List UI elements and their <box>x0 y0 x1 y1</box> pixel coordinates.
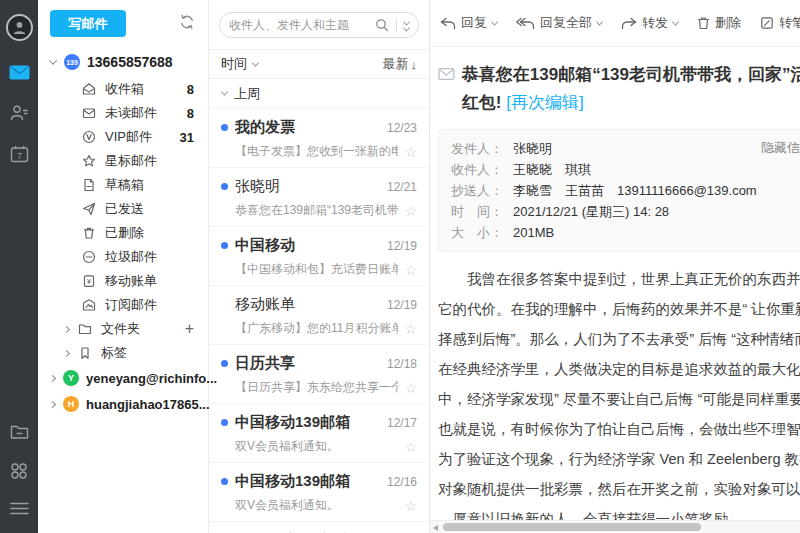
unread-dot <box>221 183 228 190</box>
body-line: 也就是说，有时候你为了怕让自己后悔，会做出些不理智的决定。 <box>438 414 800 444</box>
refresh-icon[interactable] <box>178 13 196 31</box>
search-box <box>219 12 419 38</box>
compose-button[interactable]: 写邮件 <box>50 10 126 37</box>
body-line: 为了验证这个现象，行为经济学家 Ven 和 Zeelenberg 教授做了这样一… <box>438 444 800 474</box>
sidebar-item-tags[interactable]: 标签 <box>38 341 208 365</box>
reply-icon <box>440 17 456 30</box>
sidebar-item-starred[interactable]: 星标邮件 <box>38 149 208 173</box>
mail-list-item[interactable]: 移动账单12/19 【广东移动】您的11月积分账单已送达 ...☆ <box>209 286 429 345</box>
mail-list-item[interactable]: 中国移动139邮箱12/17 双V会员福利通知。☆ <box>209 404 429 463</box>
to-label: 收件人： <box>451 159 513 180</box>
sidebar-item-label: 未读邮件 <box>105 104 157 122</box>
chevron-down-icon <box>49 56 57 64</box>
mail-nav-icon[interactable] <box>9 65 30 80</box>
star-icon[interactable]: ☆ <box>404 499 417 513</box>
folder-rail-icon[interactable] <box>10 424 29 440</box>
star-icon[interactable]: ☆ <box>404 322 417 336</box>
unread-dot <box>221 419 228 426</box>
sidebar-item-drafts[interactable]: 草稿箱 <box>38 173 208 197</box>
body-line: 中，经济学家发现” 尽量不要让自己后悔 “可能是同样重要的行为准则。 <box>438 384 800 414</box>
sent-icon <box>82 202 96 216</box>
horizontal-scrollbar[interactable] <box>430 520 800 533</box>
sidebar-item-unread[interactable]: 未读邮件 8 <box>38 101 208 125</box>
from-label: 发件人： <box>451 138 513 159</box>
edit-again-link[interactable]: [再次编辑] <box>506 93 583 112</box>
inbox-icon <box>82 82 96 96</box>
body-line: 对象随机提供一批彩票，然后在开奖之前，实验对象可以用旧的彩票卷换回 <box>438 474 800 504</box>
calendar-day: 7 <box>16 151 21 161</box>
sidebar-item-vip[interactable]: VIP邮件 31 <box>38 125 208 149</box>
mail-sender: 中国移动139邮箱 <box>235 472 350 491</box>
mail-list-item[interactable]: 中国移动139邮箱12/16 文件到期提醒。☆ <box>209 522 429 533</box>
reader-content: 恭喜您在139邮箱“139老司机带带我，回家”活动抽中500M流量红包! [再次… <box>430 47 800 533</box>
mail-sender: 张晓明 <box>235 177 280 196</box>
sidebar-item-subscriptions[interactable]: 订阅邮件 <box>38 293 208 317</box>
sidebar-item-mobile-bill[interactable]: ¥ 移动账单 <box>38 269 208 293</box>
avatar[interactable] <box>6 14 33 41</box>
star-icon <box>82 154 96 168</box>
time-value: 2021/12/21 (星期三) 14: 28 <box>513 201 669 222</box>
reply-button[interactable]: 回复 <box>440 14 497 32</box>
star-icon[interactable]: ☆ <box>404 381 417 395</box>
mail-sender: 中国移动 <box>235 236 295 255</box>
mail-list-item[interactable]: 中国移动12/19 【中国移动和包】充话费日账单已送到 ...☆ <box>209 227 429 286</box>
sort-order-button[interactable]: 最新 ↓ <box>383 55 418 73</box>
note-icon <box>760 16 774 30</box>
unread-dot <box>221 478 228 485</box>
sort-order-label: 最新 <box>383 55 409 73</box>
section-last-week[interactable]: 上周 <box>209 79 429 109</box>
unread-dot <box>221 242 228 249</box>
secondary-account-2[interactable]: H huangjiahao17865... <box>38 391 208 417</box>
add-folder-button[interactable]: + <box>185 321 194 337</box>
secondary-account-1[interactable]: Y yeneyang@richinfo... <box>38 365 208 391</box>
sidebar-item-label: 星标邮件 <box>105 152 157 170</box>
star-icon[interactable]: ☆ <box>404 440 417 454</box>
trash-icon <box>697 16 710 30</box>
body-line: 择感到后悔”。那么，人们为了不去承受” 后悔 “这种情绪而付出的成本， <box>438 324 800 354</box>
apps-icon[interactable] <box>10 462 28 480</box>
sidebar: 写邮件 139 13665857688 收件箱 8 未读邮件 8 VIP邮件 3… <box>38 0 208 533</box>
chevron-right-icon <box>49 374 56 381</box>
delete-button[interactable]: 删除 <box>697 14 741 32</box>
sidebar-item-junk[interactable]: 垃圾邮件 <box>38 245 208 269</box>
sort-by-button[interactable]: 时间 <box>221 55 258 73</box>
mail-list-item[interactable]: 我的发票12/23 【电子发票】您收到一张新的电子发票。☆ <box>209 109 429 168</box>
mail-sender: 中国移动139邮箱 <box>235 413 350 432</box>
search-icon[interactable] <box>375 18 389 32</box>
mail-list-item[interactable]: 日历共享12/18 【日历共享】东东给您共享一个名为“活...☆ <box>209 345 429 404</box>
mail-list-item[interactable]: 中国移动139邮箱12/16 双V会员福利通知。☆ <box>209 463 429 522</box>
sidebar-item-deleted[interactable]: 已删除 <box>38 221 208 245</box>
mail-list-item[interactable]: 张晓明12/21 恭喜您在139邮箱“139老司机带带我...☆ <box>209 168 429 227</box>
star-icon[interactable]: ☆ <box>404 204 417 218</box>
scrollbar-thumb[interactable] <box>443 523 701 531</box>
sidebar-item-label: 垃圾邮件 <box>105 248 157 266</box>
draft-icon <box>82 178 96 192</box>
scroll-left-arrow[interactable] <box>433 525 438 531</box>
sidebar-item-label: 草稿箱 <box>105 176 144 194</box>
sidebar-item-label: 订阅邮件 <box>105 296 157 314</box>
reply-all-button[interactable]: 回复全部 <box>516 14 602 32</box>
forward-button[interactable]: 转发 <box>621 14 678 32</box>
sidebar-item-label: 已删除 <box>105 224 144 242</box>
mail-date: 12/19 <box>381 298 417 312</box>
contacts-icon[interactable] <box>9 104 29 121</box>
star-icon[interactable]: ☆ <box>404 145 417 159</box>
sidebar-item-sent[interactable]: 已发送 <box>38 197 208 221</box>
hide-info-link[interactable]: 隐藏信息 <box>761 139 800 157</box>
menu-icon[interactable] <box>10 502 29 515</box>
search-input[interactable] <box>229 18 375 32</box>
sidebar-item-folders[interactable]: 文件夹 + <box>38 317 208 341</box>
account-badge: 139 <box>64 54 80 70</box>
account-row[interactable]: 139 13665857688 <box>50 54 208 70</box>
calendar-icon[interactable]: 7 <box>10 145 29 163</box>
mail-sender: 日历共享 <box>235 354 295 373</box>
account-label: huangjiahao17865... <box>86 397 210 412</box>
to-note-button[interactable]: 转笔记 <box>760 14 800 32</box>
person-icon <box>11 19 28 36</box>
advanced-search-icon[interactable] <box>404 19 409 32</box>
cc-label: 抄送人： <box>451 180 513 201</box>
star-icon[interactable]: ☆ <box>404 263 417 277</box>
bill-icon: ¥ <box>82 274 96 288</box>
forward-label: 转发 <box>642 14 668 32</box>
sidebar-item-inbox[interactable]: 收件箱 8 <box>38 77 208 101</box>
